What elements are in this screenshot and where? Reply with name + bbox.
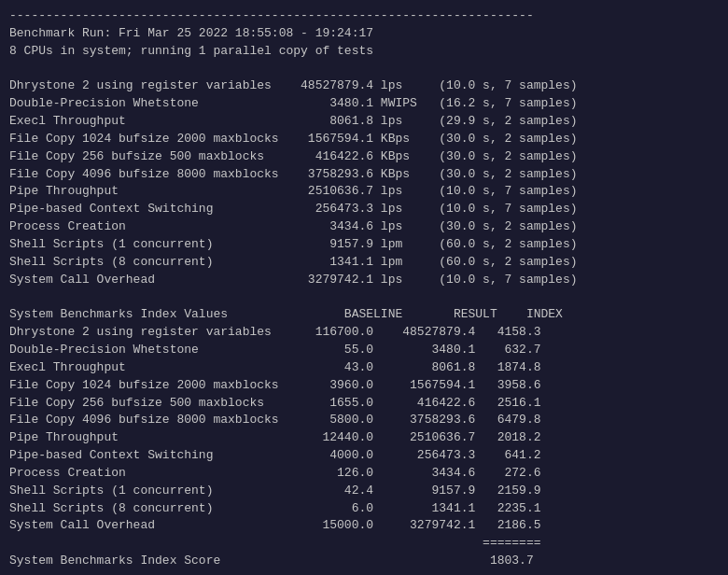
divider-top: ----------------------------------------…: [9, 7, 719, 25]
blank-3: [9, 570, 719, 575]
terminal: ----------------------------------------…: [9, 7, 719, 575]
blank-2: [9, 289, 719, 307]
header-line-2: 8 CPUs in system; running 1 parallel cop…: [9, 43, 719, 61]
bench-rows: Dhrystone 2 using register variables 485…: [9, 77, 719, 288]
equals-line: ========: [9, 535, 719, 553]
header-line-1: Benchmark Run: Fri Mar 25 2022 18:55:08 …: [9, 25, 719, 43]
blank-1: [9, 61, 719, 78]
score-line: System Benchmarks Index Score 1803.7: [9, 553, 719, 570]
index-section: System Benchmarks Index Values BASELINE …: [9, 306, 719, 535]
